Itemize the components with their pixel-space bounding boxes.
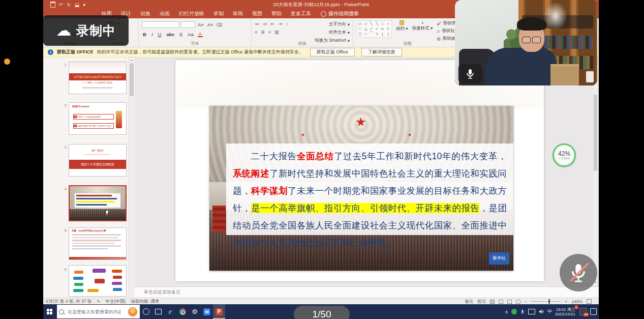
font-size-select[interactable] [181, 21, 195, 28]
shadow-button[interactable]: S [178, 32, 183, 37]
tab-more-tools[interactable]: 更多工具 [286, 9, 316, 18]
info-icon: i [48, 49, 53, 55]
microphone-tray-icon[interactable] [520, 309, 525, 315]
bold-button[interactable]: B [142, 32, 147, 37]
network-speed-widget[interactable]: 42% ↓ 3.1K/s [553, 143, 576, 167]
spell-check-icon[interactable]: ✎ [97, 299, 101, 304]
font-color-button[interactable]: A [198, 32, 203, 37]
tab-animations[interactable]: 动画 [155, 9, 174, 18]
task-view-icon[interactable] [152, 304, 164, 319]
scrollbar-thumb[interactable] [594, 95, 597, 171]
thumbnail-slide-6[interactable] [69, 265, 127, 297]
zoom-slider[interactable] [531, 301, 561, 302]
bullets-icon[interactable]: ≔ [255, 21, 259, 27]
tab-help[interactable]: 帮助 [267, 9, 286, 18]
start-button[interactable] [47, 309, 52, 314]
arrange-button[interactable]: 排列 ▾ [396, 20, 408, 32]
grow-font-icon[interactable]: A˄ [197, 22, 205, 27]
shrink-font-icon[interactable]: A˅ [206, 22, 214, 27]
scrollbar-thumb[interactable] [130, 64, 134, 96]
action-center-icon[interactable] [590, 308, 597, 315]
tray-time: 15:01 周三 [556, 307, 575, 312]
italic-button[interactable]: I [150, 32, 154, 37]
mute-microphone-button[interactable] [560, 254, 597, 292]
ime-indicator[interactable]: 中 [547, 308, 552, 315]
badged-app-tray-icon[interactable]: 64 [579, 308, 587, 315]
underline-button[interactable]: U [157, 32, 163, 37]
tab-slideshow[interactable]: 幻灯片放映 [174, 9, 209, 18]
thumb2-emblem [116, 111, 122, 128]
webcam-mic-button[interactable] [458, 64, 482, 83]
taskbar-search[interactable] [57, 305, 140, 318]
font-name-select[interactable] [142, 21, 179, 28]
clock[interactable]: 15:01 周三 2022/12/21 1 [555, 307, 576, 316]
tab-record[interactable]: 录制 [209, 9, 228, 18]
tell-me-label: 操作说明搜索 [328, 10, 359, 17]
slideshow-icon[interactable] [516, 300, 520, 304]
tab-review[interactable]: 审阅 [228, 9, 248, 18]
accessibility-status[interactable]: 辅助功能: 调查 [131, 299, 159, 305]
zoom-level[interactable]: 140% [571, 299, 582, 304]
meeting-app-icon[interactable]: M [201, 304, 213, 319]
notes-placeholder: 单击此处添加备注 [144, 289, 180, 296]
quick-styles-button[interactable]: ◖ 快速样式 ▾ [412, 20, 433, 32]
get-genuine-button[interactable]: 获取正版 Office [310, 48, 355, 56]
normal-view-icon[interactable] [490, 300, 495, 304]
thumbnail-slide-3[interactable]: 第一部分 党的二十大报告总体框架 [69, 144, 127, 177]
volume-tray-icon[interactable] [538, 309, 544, 314]
fit-to-window-icon[interactable] [587, 299, 592, 304]
slide-text-box[interactable]: 二十大报告全面总结了过去5年工作和新时代10年的伟大变革，系统阐述了新时代坚持和… [226, 143, 513, 235]
settings-icon[interactable]: ⚙ [189, 304, 201, 319]
line-spacing-icon[interactable]: ↕ [286, 21, 288, 27]
align-right-icon[interactable]: ≡ [268, 30, 271, 36]
shapes-gallery[interactable]: ▭▱╲╲□○ □△⌐⌐⇨⇩ ◻☆⌒∿() [356, 20, 392, 38]
mug [586, 71, 594, 82]
floating-dot[interactable] [4, 59, 10, 65]
scroll-up-icon[interactable]: ▲ [129, 57, 134, 63]
thumbnail-slide-4-selected[interactable] [69, 185, 127, 221]
tray-expand-icon[interactable]: ∧ [505, 309, 508, 314]
tell-me-search[interactable]: 操作说明搜索 [321, 10, 359, 17]
internet-explorer-icon[interactable]: e [164, 304, 176, 319]
search-input[interactable] [67, 309, 122, 315]
numbering-icon[interactable]: ≕ [263, 21, 267, 27]
antivirus-tray-icon[interactable] [511, 309, 517, 314]
strikethrough-button[interactable]: abc [165, 32, 175, 37]
thumbnail-scrollbar[interactable]: ▲ [129, 57, 134, 298]
zoom-in-icon[interactable]: + [565, 299, 567, 304]
align-center-icon[interactable]: ≣ [261, 30, 265, 36]
lightbulb-icon [321, 11, 326, 17]
slide-sorter-icon[interactable] [499, 300, 503, 304]
webcam-video-window[interactable] [455, 0, 597, 85]
indent-increase-icon[interactable]: ⇥ [279, 21, 283, 27]
thumbnail-slide-2[interactable]: 目录/Content 01 党的二十大报告总体框架 02 新时代新征程中国共产党… [69, 102, 127, 135]
slide-canvas[interactable]: ★ ★ ★ ★ ★ 新华社 二十大报告全面总结了过去5年工作和新时代10年的伟大… [175, 60, 544, 281]
notes-pane[interactable]: 单击此处添加备注 [135, 286, 599, 298]
editor-scrollbar[interactable]: ▲ ▲ ▼ [593, 59, 598, 285]
cardboard-box [550, 64, 579, 85]
text-direction-button[interactable]: 文字方向 ▾ [329, 21, 350, 27]
powerpoint-taskbar-icon[interactable]: P [213, 304, 225, 319]
presenter-body [485, 48, 557, 85]
thumbnail-slide-1[interactable]: 以中国式现代化推进中华民族伟大复兴 ——党的二十大精神学习体会 [69, 62, 127, 94]
justify-icon[interactable]: ▤ [274, 30, 279, 36]
chrome-icon[interactable] [176, 304, 189, 319]
zoom-slider-thumb[interactable] [548, 299, 550, 304]
change-case-button[interactable]: Aa [187, 32, 195, 37]
language-indicator[interactable]: 中文(中国) [106, 299, 126, 305]
indent-decrease-icon[interactable]: ⇤ [271, 21, 275, 27]
cortana-icon[interactable] [140, 304, 152, 319]
thumbnail-slide-5[interactable]: 开篇：大会的召开意义与大会主题 [69, 227, 127, 260]
comments-toggle[interactable]: 批注 [477, 299, 486, 305]
align-left-icon[interactable]: ≡ [255, 30, 257, 36]
display-tray-icon[interactable] [528, 309, 535, 314]
clear-format-icon[interactable]: ⌫ [216, 22, 223, 27]
reading-view-icon[interactable] [507, 300, 512, 304]
zoom-out-icon[interactable]: − [525, 299, 527, 304]
learn-more-button[interactable]: 了解详细信息 [361, 48, 402, 56]
notes-toggle[interactable]: 备注 [465, 299, 473, 305]
align-text-button[interactable]: 对齐文本 ▾ [329, 30, 350, 36]
tab-view[interactable]: 视图 [248, 9, 267, 18]
avatar[interactable] [128, 307, 138, 317]
tab-transitions[interactable]: 切换 [136, 9, 155, 18]
